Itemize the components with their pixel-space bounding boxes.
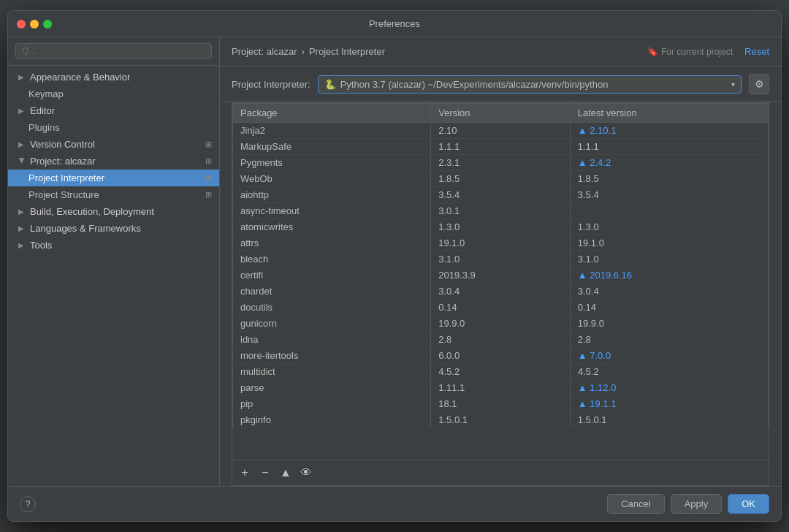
interpreter-row: Project Interpreter: 🐍 Python 3.7 (alcaz… [220, 66, 781, 102]
sidebar-item-project-interpreter[interactable]: Project Interpreter ⊞ [8, 170, 219, 186]
cell-version: 0.14 [431, 300, 571, 316]
table-row[interactable]: parse1.11.1▲ 1.12.0 [233, 380, 769, 396]
close-button[interactable] [17, 20, 26, 28]
remove-package-button[interactable]: − [257, 465, 273, 481]
search-input[interactable] [15, 43, 212, 59]
table-row[interactable]: MarkupSafe1.1.11.1.1 [233, 139, 769, 155]
chevron-down-icon: ▾ [731, 80, 735, 88]
interpreter-icon: ⊞ [205, 173, 212, 183]
cell-version: 2.10 [431, 123, 571, 139]
reset-button[interactable]: Reset [744, 46, 769, 57]
cell-package: gunicorn [233, 316, 431, 332]
arrow-icon: ▶ [18, 224, 26, 232]
cell-latest: 1.5.0.1 [570, 412, 768, 428]
col-latest: Latest version [570, 104, 768, 123]
sidebar-item-label: Project Interpreter [28, 172, 104, 183]
sidebar-item-label: Languages & Frameworks [30, 223, 141, 234]
table-row[interactable]: multidict4.5.24.5.2 [233, 364, 769, 380]
cell-package: aiohttp [233, 187, 431, 203]
table-row[interactable]: docutils0.140.14 [233, 300, 769, 316]
minimize-button[interactable] [30, 20, 39, 28]
table-row[interactable]: attrs19.1.019.1.0 [233, 235, 769, 251]
interpreter-label: Project Interpreter: [232, 79, 310, 90]
sidebar-item-plugins[interactable]: Plugins [8, 119, 219, 136]
cell-version: 1.11.1 [431, 380, 571, 396]
sidebar-item-version-control[interactable]: ▶ Version Control ⊞ [8, 136, 219, 153]
header-right: 🔖 For current project Reset [647, 46, 769, 57]
cell-package: certifi [233, 267, 431, 284]
show-package-button[interactable]: 👁 [298, 465, 314, 481]
sidebar-item-build-execution[interactable]: ▶ Build, Execution, Deployment [8, 203, 219, 220]
gear-button[interactable]: ⚙ [749, 74, 769, 94]
cell-latest: 2.8 [570, 332, 768, 348]
table-row[interactable]: Jinja22.10▲ 2.10.1 [233, 123, 769, 139]
table-row[interactable]: async-timeout3.0.1 [233, 203, 769, 219]
sidebar-item-tools[interactable]: ▶ Tools [8, 237, 219, 254]
cell-latest: 3.0.4 [570, 284, 768, 300]
cell-version: 3.5.4 [431, 187, 571, 203]
sidebar-item-label: Appearance & Behavior [30, 72, 130, 83]
table-row[interactable]: pip18.1▲ 19.1.1 [233, 396, 769, 412]
cell-version: 1.1.1 [431, 139, 571, 155]
upgrade-package-button[interactable]: ▲ [278, 465, 294, 481]
sidebar-item-languages-frameworks[interactable]: ▶ Languages & Frameworks [8, 220, 219, 237]
traffic-lights [17, 20, 52, 28]
cell-version: 2019.3.9 [431, 267, 571, 284]
right-panel: Project: alcazar › Project Interpreter 🔖… [220, 37, 781, 486]
cell-latest: 0.14 [570, 300, 768, 316]
sidebar-item-label: Editor [30, 105, 55, 116]
cell-latest: 19.9.0 [570, 316, 768, 332]
table-row[interactable]: chardet3.0.43.0.4 [233, 284, 769, 300]
table-row[interactable]: certifi2019.3.9▲ 2019.6.16 [233, 267, 769, 284]
cell-package: pip [233, 396, 431, 412]
table-row[interactable]: WebOb1.8.51.8.5 [233, 171, 769, 187]
sidebar-item-label: Plugins [28, 122, 60, 133]
cell-latest: ▲ 2019.6.16 [570, 267, 768, 284]
cell-latest: 3.5.4 [570, 187, 768, 203]
sidebar-item-label: Keymap [28, 88, 64, 99]
sidebar-item-label: Project: alcazar [30, 156, 96, 167]
table-row[interactable]: bleach3.1.03.1.0 [233, 251, 769, 267]
action-buttons: Cancel Apply OK [607, 494, 769, 514]
interpreter-select[interactable]: 🐍 Python 3.7 (alcazar) ~/DevExperiments/… [318, 75, 742, 94]
cell-package: chardet [233, 284, 431, 300]
cell-latest: 4.5.2 [570, 364, 768, 380]
maximize-button[interactable] [43, 20, 52, 28]
cell-latest: 19.1.0 [570, 235, 768, 251]
add-package-button[interactable]: + [237, 465, 253, 481]
cell-version: 19.9.0 [431, 316, 571, 332]
cell-version: 18.1 [431, 396, 571, 412]
table-row[interactable]: pkginfo1.5.0.11.5.0.1 [233, 412, 769, 428]
sidebar-list: ▶ Appearance & Behavior Keymap ▶ Editor … [8, 66, 219, 486]
arrow-icon: ▶ [18, 140, 26, 148]
table-row[interactable]: more-itertools6.0.0▲ 7.0.0 [233, 348, 769, 364]
table-row[interactable]: idna2.82.8 [233, 332, 769, 348]
apply-button[interactable]: Apply [671, 494, 723, 514]
table-row[interactable]: aiohttp3.5.43.5.4 [233, 187, 769, 203]
sidebar-item-project-alcazar[interactable]: ▶ Project: alcazar ⊞ [8, 153, 219, 170]
table-row[interactable]: atomicwrites1.3.01.3.0 [233, 219, 769, 235]
ok-button[interactable]: OK [728, 494, 769, 514]
sidebar-item-keymap[interactable]: Keymap [8, 86, 219, 102]
cell-version: 2.3.1 [431, 155, 571, 171]
cell-package: multidict [233, 364, 431, 380]
vcs-icon: ⊞ [205, 140, 212, 149]
packages-table-container: Package Version Latest version Jinja22.1… [232, 102, 769, 486]
packages-table: Package Version Latest version Jinja22.1… [232, 103, 769, 428]
sidebar-item-appearance[interactable]: ▶ Appearance & Behavior [8, 69, 219, 86]
cell-version: 6.0.0 [431, 348, 571, 364]
cell-latest: ▲ 2.4.2 [570, 155, 768, 171]
cancel-button[interactable]: Cancel [607, 494, 664, 514]
panel-header: Project: alcazar › Project Interpreter 🔖… [220, 37, 781, 66]
sidebar-item-project-structure[interactable]: Project Structure ⊞ [8, 186, 219, 203]
sidebar-item-label: Tools [30, 240, 52, 251]
help-button[interactable]: ? [20, 496, 36, 512]
sidebar-item-editor[interactable]: ▶ Editor [8, 102, 219, 119]
table-row[interactable]: Pygments2.3.1▲ 2.4.2 [233, 155, 769, 171]
breadcrumb: Project: alcazar › Project Interpreter [232, 46, 385, 57]
cell-package: attrs [233, 235, 431, 251]
cell-version: 1.3.0 [431, 219, 571, 235]
cell-package: docutils [233, 300, 431, 316]
table-scroll[interactable]: Package Version Latest version Jinja22.1… [232, 102, 769, 460]
table-row[interactable]: gunicorn19.9.019.9.0 [233, 316, 769, 332]
